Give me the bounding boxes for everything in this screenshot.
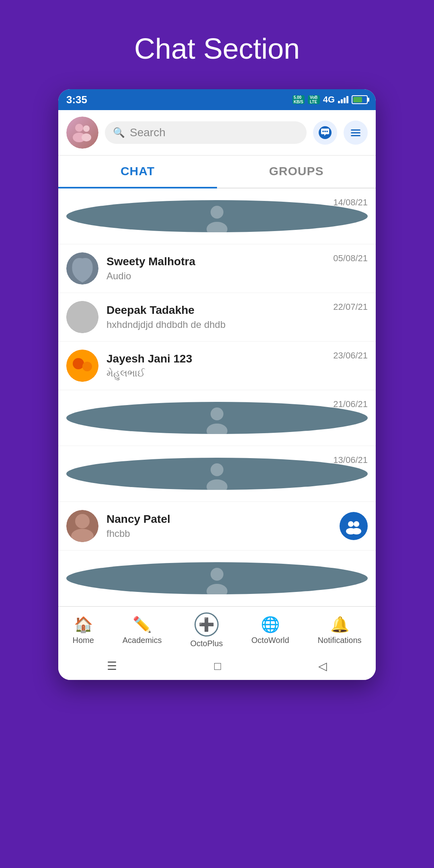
message-time: 23/06/21 [333,350,368,361]
volte-indicator: VoBLTE [308,95,320,104]
list-item[interactable]: Sweety Malhotra Audio 05/08/21 [58,244,376,293]
status-time: 3:35 [66,94,87,106]
network-indicator: 5.00KB/S [293,95,305,104]
list-item[interactable]: Ankit Patel Image 21/06/21 [58,390,376,446]
contact-name: Sweety Malhotra [106,255,368,268]
message-time: 05/08/21 [333,253,368,264]
contact-name: Jayesh Jani 123 [106,352,368,365]
list-item[interactable]: Arjun Kumar Image [58,551,376,606]
system-home-button[interactable]: □ [214,660,221,673]
avatar [66,562,368,594]
nav-octoworld-label: OctoWorld [252,636,289,645]
group-icon [344,516,364,536]
svg-point-18 [82,362,92,371]
svg-point-34 [211,568,223,581]
avatar [66,252,98,285]
nav-octoplus[interactable]: ➕ OctoPlus [190,612,223,648]
nav-academics-label: Academics [123,636,162,645]
avatar [66,402,368,434]
home-icon: 🏠 [74,616,93,633]
svg-point-15 [66,301,98,333]
avatar [66,350,98,382]
list-item[interactable]: Deepak Tadakhe hxhdndjdjd dhdbdh de dhdb… [58,293,376,342]
nav-notifications-label: Notifications [318,636,362,645]
list-item[interactable]: Nancy Patel fhcbb [58,502,376,551]
list-item[interactable]: Bharat Sinha Audio 13/06/21 [58,446,376,502]
user-avatar[interactable] [66,117,98,149]
search-bar[interactable]: 🔍 Search [105,121,307,144]
svg-point-7 [326,131,328,132]
avatar [66,458,368,490]
contact-name: Nancy Patel [106,513,328,526]
svg-point-26 [75,514,90,528]
svg-rect-10 [351,135,360,136]
signal-icon [338,96,348,103]
system-nav: ☰ □ ◁ [58,652,376,680]
4g-icon: 4G [323,94,335,105]
list-item[interactable]: Jayesh Jani 123 મેહુલભાઈ 23/06/21 [58,342,376,390]
octoworld-icon: 🌐 [261,616,280,633]
nav-home[interactable]: 🏠 Home [72,616,94,645]
battery-icon [352,95,368,104]
message-time: 14/08/21 [333,197,368,208]
avatar-icon [70,121,94,145]
message-time: 13/06/21 [333,455,368,465]
svg-point-30 [354,521,359,527]
message-preview: Audio [106,270,368,282]
bottom-nav: 🏠 Home ✏️ Academics ➕ OctoPlus 🌐 OctoWor… [58,606,376,652]
octoplus-icon: ➕ [194,612,219,637]
list-item[interactable]: Ankur Joshi Image 14/08/21 [58,188,376,244]
status-bar: 3:35 5.00KB/S VoBLTE 4G [58,89,376,110]
status-icons: 5.00KB/S VoBLTE 4G [293,94,368,105]
svg-rect-9 [351,132,360,133]
nav-notifications[interactable]: 🔔 Notifications [318,616,362,645]
svg-point-23 [211,463,223,476]
svg-rect-8 [351,129,360,131]
message-icon-button[interactable] [313,121,337,145]
svg-point-0 [75,124,83,132]
chat-info: Sweety Malhotra Audio [106,255,368,282]
svg-point-32 [352,528,361,534]
svg-point-20 [211,407,223,420]
nav-academics[interactable]: ✏️ Academics [123,616,162,645]
system-back-button[interactable]: ◁ [318,659,327,673]
message-preview: fhcbb [106,528,328,539]
svg-point-3 [82,133,91,141]
search-icon: 🔍 [113,127,125,138]
avatar [66,301,98,333]
nav-octoplus-label: OctoPlus [190,639,223,648]
menu-button[interactable] [344,121,368,145]
avatar [66,510,98,542]
tab-bar: CHAT GROUPS [58,156,376,188]
message-preview: મેહુલભાઈ [106,368,368,379]
message-time: 21/06/21 [333,399,368,409]
group-fab-button[interactable] [340,512,368,540]
svg-point-29 [348,521,354,527]
svg-point-5 [322,131,324,132]
phone-frame: 3:35 5.00KB/S VoBLTE 4G [58,89,376,680]
svg-point-2 [83,125,90,132]
notifications-icon: 🔔 [330,616,349,633]
chat-list: Ankur Joshi Image 14/08/21 Sweety Malhot… [58,188,376,606]
page-title: Chat Section [134,32,300,65]
system-menu-button[interactable]: ☰ [107,659,117,673]
tab-chat[interactable]: CHAT [58,156,217,188]
avatar [66,200,368,232]
message-time: 22/07/21 [333,302,368,312]
nav-octoworld[interactable]: 🌐 OctoWorld [252,616,289,645]
chat-info: Nancy Patel fhcbb [106,513,328,539]
chat-bubble-icon [318,125,332,140]
contact-name: Deepak Tadakhe [106,304,368,317]
search-placeholder: Search [130,126,166,139]
message-preview: hxhdndjdjd dhdbdh de dhdb [106,319,368,330]
tab-groups[interactable]: GROUPS [217,156,376,188]
svg-point-17 [73,358,84,369]
academics-icon: ✏️ [133,616,151,633]
svg-point-12 [211,206,223,219]
chat-info: Deepak Tadakhe hxhdndjdjd dhdbdh de dhdb [106,304,368,330]
svg-point-6 [324,131,326,132]
chat-info: Jayesh Jani 123 મેહુલભાઈ [106,352,368,379]
app-header: 🔍 Search [58,110,376,156]
nav-home-label: Home [72,636,94,645]
hamburger-icon [348,125,363,140]
